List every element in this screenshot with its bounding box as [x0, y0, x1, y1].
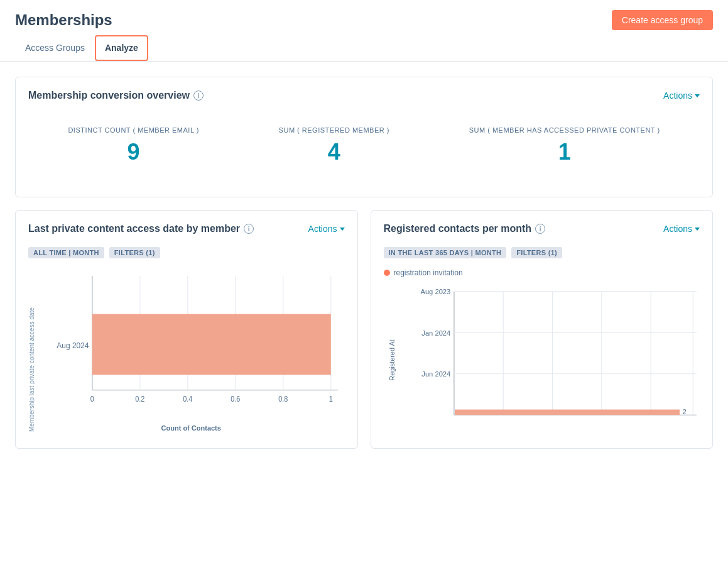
svg-text:0.8: 0.8	[278, 395, 288, 403]
registered-contacts-actions-button[interactable]: Actions	[663, 224, 700, 234]
metric-distinct-count-value: 9	[68, 139, 198, 165]
registered-contacts-bar	[455, 410, 680, 415]
last-access-actions-label: Actions	[308, 224, 337, 234]
svg-text:Jan 2024: Jan 2024	[421, 329, 450, 337]
metrics-row: DISTINCT COUNT ( MEMBER EMAIL ) 9 SUM ( …	[28, 114, 700, 184]
registered-contacts-chart: 2 Aug 2023 Jan 2024 Jun 2024 Registered …	[384, 285, 700, 436]
nav-tabs: Access Groups Analyze	[0, 35, 728, 62]
filter-badge-alltime: ALL TIME | MONTH	[28, 247, 104, 258]
legend-label-registration: registration invitation	[394, 268, 463, 277]
overview-card-header: Membership conversion overview i Actions	[28, 90, 700, 101]
last-access-date-header: Last private content access date by memb…	[28, 223, 345, 234]
legend-dot-registration	[384, 270, 390, 276]
filter-badge-365days: IN THE LAST 365 DAYS | MONTH	[384, 247, 507, 258]
svg-text:1: 1	[329, 395, 333, 403]
registered-contacts-title-text: Registered contacts per month	[384, 223, 532, 234]
last-access-filter-badges: ALL TIME | MONTH FILTERS (1)	[28, 247, 345, 258]
bottom-row: Last private content access date by memb…	[15, 210, 713, 449]
registered-contacts-title: Registered contacts per month i	[384, 223, 546, 234]
metric-accessed-private-label: SUM ( MEMBER HAS ACCESSED PRIVATE CONTEN…	[469, 126, 660, 134]
svg-text:Jun 2024: Jun 2024	[421, 370, 450, 378]
svg-text:Aug 2023: Aug 2023	[420, 288, 450, 295]
tab-access-groups[interactable]: Access Groups	[15, 35, 95, 62]
svg-text:0: 0	[90, 395, 94, 403]
overview-actions-button[interactable]: Actions	[663, 91, 700, 101]
page-wrapper: Memberships Create access group Access G…	[0, 0, 728, 582]
registered-contacts-info-icon[interactable]: i	[535, 224, 545, 234]
registered-contacts-chevron-icon	[695, 228, 700, 231]
metric-registered-member-value: 4	[279, 139, 389, 165]
main-content: Membership conversion overview i Actions…	[0, 62, 728, 464]
registered-contacts-legend: registration invitation	[384, 268, 700, 277]
svg-text:Registered At: Registered At	[388, 339, 395, 380]
registered-contacts-filter-badges: IN THE LAST 365 DAYS | MONTH FILTERS (1)	[384, 247, 700, 258]
overview-actions-label: Actions	[663, 91, 692, 101]
last-access-chevron-icon	[340, 228, 345, 231]
metric-accessed-private-value: 1	[469, 139, 660, 165]
tab-analyze[interactable]: Analyze	[95, 35, 148, 61]
svg-text:Aug 2024: Aug 2024	[57, 341, 89, 350]
last-access-date-title-text: Last private content access date by memb…	[28, 223, 240, 234]
registered-contacts-card: Registered contacts per month i Actions …	[371, 210, 714, 449]
registered-contacts-svg: 2 Aug 2023 Jan 2024 Jun 2024 Registered …	[384, 285, 700, 436]
metric-registered-member-label: SUM ( REGISTERED MEMBER )	[279, 126, 389, 134]
page-header: Memberships Create access group	[0, 0, 728, 30]
last-access-y-axis-label: Membership last private content access d…	[28, 268, 35, 432]
overview-title-text: Membership conversion overview	[28, 90, 190, 101]
last-access-bar	[92, 314, 331, 375]
page-title: Memberships	[15, 11, 112, 29]
svg-text:0.6: 0.6	[231, 395, 240, 403]
overview-actions-chevron-icon	[695, 94, 700, 97]
svg-text:0.2: 0.2	[135, 395, 144, 403]
last-access-svg-container: Aug 2024 0 0.2 0.4 0.6 0.8 1	[38, 268, 345, 420]
last-access-x-axis-label: Count of Contacts	[38, 424, 345, 432]
metric-accessed-private: SUM ( MEMBER HAS ACCESSED PRIVATE CONTEN…	[469, 126, 660, 165]
overview-card-title: Membership conversion overview i	[28, 90, 204, 101]
metric-distinct-count-label: DISTINCT COUNT ( MEMBER EMAIL )	[68, 126, 198, 134]
svg-text:2: 2	[682, 408, 686, 415]
metric-distinct-count: DISTINCT COUNT ( MEMBER EMAIL ) 9	[68, 126, 198, 165]
filter-badge-filters1-right: FILTERS (1)	[511, 247, 562, 258]
filter-badge-filters1: FILTERS (1)	[109, 247, 160, 258]
registered-contacts-header: Registered contacts per month i Actions	[384, 223, 700, 234]
last-access-date-title: Last private content access date by memb…	[28, 223, 254, 234]
last-access-date-card: Last private content access date by memb…	[15, 210, 358, 449]
last-access-chart: Membership last private content access d…	[28, 268, 345, 432]
create-access-group-button[interactable]: Create access group	[612, 10, 713, 30]
registered-contacts-actions-label: Actions	[663, 224, 692, 234]
last-access-actions-button[interactable]: Actions	[308, 224, 345, 234]
overview-info-icon[interactable]: i	[193, 91, 204, 101]
overview-card: Membership conversion overview i Actions…	[15, 77, 713, 197]
svg-text:0.4: 0.4	[183, 395, 193, 403]
last-access-svg: Aug 2024 0 0.2 0.4 0.6 0.8 1	[38, 268, 345, 420]
last-access-date-info-icon[interactable]: i	[244, 224, 254, 234]
metric-registered-member: SUM ( REGISTERED MEMBER ) 4	[279, 126, 389, 165]
last-access-chart-area: Aug 2024 0 0.2 0.4 0.6 0.8 1 Count of Co…	[38, 268, 345, 432]
